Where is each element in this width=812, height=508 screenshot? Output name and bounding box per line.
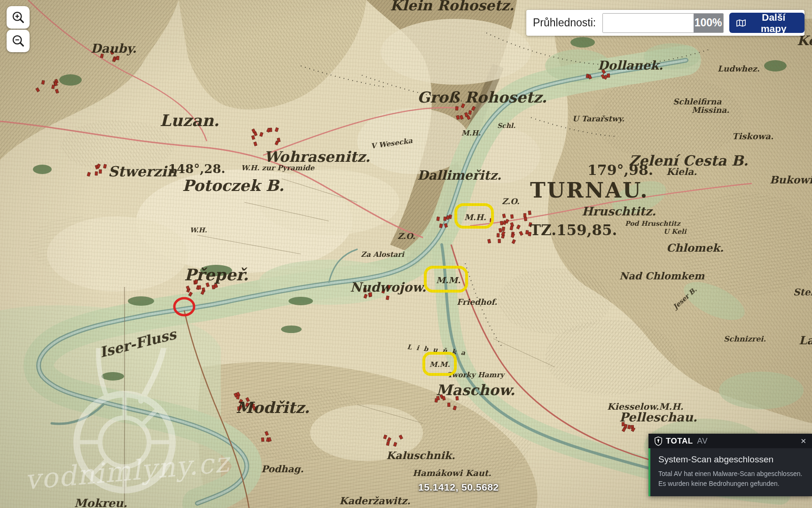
opacity-slider[interactable]: 100%	[602, 13, 723, 33]
village-marker	[198, 286, 201, 289]
brand-total: TOTAL	[666, 437, 693, 446]
zoom-in-button[interactable]	[7, 6, 30, 29]
village-marker	[523, 214, 526, 217]
magnifier-minus-icon	[11, 34, 25, 48]
village-marker	[502, 227, 505, 231]
map-viewer: Klein Rohosetz.Dauby.Luzan.Groß Rohosetz…	[0, 0, 812, 508]
notification-line1: Total AV hat einen Malware-Scan abgeschl…	[658, 469, 806, 479]
more-maps-label: Další mapy	[750, 12, 797, 34]
village-marker	[103, 164, 107, 168]
village-marker	[622, 422, 625, 426]
close-icon[interactable]: ✕	[800, 437, 806, 444]
village-marker	[510, 226, 513, 230]
village-marker	[498, 239, 501, 243]
village-marker	[528, 211, 531, 215]
village-marker	[195, 279, 198, 284]
map-icon	[736, 19, 746, 27]
village-marker	[386, 296, 389, 300]
opacity-panel: Průhlednosti: 100% Další mapy	[526, 10, 804, 36]
village-marker	[364, 288, 367, 292]
coordinates-readout: 15.1412, 50.5682	[418, 482, 499, 493]
village-marker	[99, 169, 102, 173]
shield-icon	[655, 437, 662, 446]
village-marker	[447, 403, 450, 406]
opacity-label: Průhlednosti:	[533, 16, 596, 29]
village-marker	[497, 233, 500, 237]
village-marker	[238, 406, 241, 410]
village-marker	[437, 217, 439, 221]
village-marker	[369, 293, 372, 296]
zoom-out-button[interactable]	[7, 30, 30, 52]
village-marker	[500, 221, 503, 225]
notification-line2: Es wurden keine Bedrohungen gefunden.	[658, 479, 806, 489]
village-marker	[528, 232, 531, 236]
village-marker	[236, 395, 240, 399]
village-marker	[524, 217, 527, 221]
more-maps-button[interactable]: Další mapy	[729, 13, 804, 33]
village-marker	[499, 228, 502, 232]
village-marker	[116, 56, 119, 60]
village-marker	[439, 224, 443, 228]
magnifier-plus-icon	[11, 10, 25, 24]
village-marker	[455, 106, 458, 110]
village-marker	[41, 80, 45, 85]
map-canvas[interactable]: Klein Rohosetz.Dauby.Luzan.Groß Rohosetz…	[0, 0, 812, 508]
village-marker	[510, 214, 513, 219]
village-marker	[261, 437, 264, 441]
opacity-value: 100%	[694, 14, 723, 32]
village-marker	[525, 230, 529, 234]
totalav-body: System-Scan abgeschlossen Total AV hat e…	[648, 448, 812, 496]
totalav-header: TOTALAV ✕	[648, 434, 812, 448]
notification-title: System-Scan abgeschlossen	[658, 454, 806, 465]
village-marker	[468, 111, 472, 115]
opacity-slider-track[interactable]	[603, 14, 693, 32]
totalav-notification: TOTALAV ✕ System-Scan abgeschlossen Tota…	[648, 434, 812, 496]
brand-av: AV	[697, 437, 708, 446]
village-marker	[607, 73, 610, 77]
village-marker	[95, 172, 98, 175]
village-marker	[456, 397, 459, 400]
